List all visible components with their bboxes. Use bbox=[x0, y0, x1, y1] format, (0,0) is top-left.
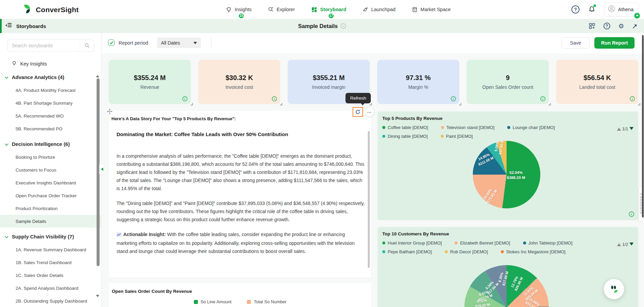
sidebar-item-part-shortage-summary[interactable]: 4B. Part Shortage Summary bbox=[0, 97, 101, 109]
athena-chat-fab[interactable] bbox=[604, 279, 624, 299]
kpi-label: Invoiced margin bbox=[312, 84, 345, 90]
sidebar-item-customers-to-focus[interactable]: Customers to Focus bbox=[0, 163, 101, 176]
info-icon[interactable] bbox=[629, 211, 634, 217]
page-help-icon[interactable]: ? bbox=[603, 23, 610, 29]
legend-page-down-icon[interactable] bbox=[629, 242, 634, 248]
sidebar-item-open-purchase-order-tracker[interactable]: Open Purchase Order Tracker bbox=[0, 189, 101, 202]
sidebar-item-sample-details[interactable]: Sample Details bbox=[0, 215, 101, 228]
legend-item[interactable]: John Tabletop [DEMO] bbox=[523, 240, 573, 246]
info-icon[interactable] bbox=[540, 96, 545, 101]
storyboard-count-badge: 17 bbox=[328, 13, 334, 19]
resize-corner[interactable] bbox=[548, 103, 551, 105]
legend-page-up-icon[interactable] bbox=[617, 126, 621, 131]
nav-market-space[interactable]: Market Space bbox=[412, 6, 450, 12]
storyboards-panel-icon[interactable] bbox=[5, 23, 12, 29]
top5-products-pie-chart[interactable] bbox=[473, 141, 540, 208]
brand-logo[interactable]: ConverSight bbox=[22, 3, 79, 16]
nav-insights[interactable]: Insights 15 bbox=[226, 6, 252, 13]
legend-dot bbox=[441, 126, 444, 129]
chevron-down-icon bbox=[5, 141, 8, 147]
legend-item[interactable]: Pepe Ballham [DEMO] bbox=[382, 249, 432, 254]
move-drag-handle-icon[interactable] bbox=[107, 109, 112, 116]
page-title-info-icon[interactable] bbox=[340, 23, 346, 29]
sidebar-item-spend-analysis-dashboard[interactable]: 2A. Spend Analysis Dashboard bbox=[0, 282, 101, 295]
notifications-bell-icon[interactable] bbox=[588, 5, 595, 14]
page-scrollbar[interactable] bbox=[642, 35, 644, 218]
legend-page-down-icon[interactable] bbox=[629, 127, 634, 132]
legend-item[interactable]: Paint [DEMO] bbox=[441, 134, 473, 139]
sidebar-scroll-up-icon[interactable] bbox=[96, 73, 99, 77]
sidebar-item-booking-to-priortize[interactable]: Booking to Priortize bbox=[0, 151, 101, 163]
report-period-checkbox[interactable] bbox=[108, 40, 114, 46]
search-icon[interactable] bbox=[80, 40, 94, 51]
resize-corner[interactable] bbox=[369, 103, 372, 105]
legend-page-indicator: 1/2 bbox=[622, 242, 628, 247]
top10-customers-pie-chart[interactable] bbox=[464, 265, 549, 307]
sidebar-collapse-toggle[interactable] bbox=[99, 164, 105, 174]
section-supply-chain-visibility[interactable]: Supply Chain Visibility (7) bbox=[0, 230, 101, 243]
legend-item[interactable]: Dining table [DEMO] bbox=[382, 134, 428, 139]
storyboard-subheader: Storyboards Sample Details ? ⚙ bbox=[0, 19, 644, 33]
sidebar-item-outstanding-supply-dashboard[interactable]: 2B. Outstanding Supply Dashboard bbox=[0, 295, 101, 307]
data-story-title: Here's A Data Story For Your "Top 5 Prod… bbox=[109, 111, 371, 121]
story-scrollbar[interactable] bbox=[368, 131, 370, 268]
sidebar-item-executive-insights-dashboard[interactable]: Executive Insights Dashboard bbox=[0, 176, 101, 189]
sidebar-item-product-monthly-forecast[interactable]: 4A. Product Monthly Forecast bbox=[0, 84, 101, 97]
section-advance-analytics[interactable]: Advance Analytics (4) bbox=[0, 70, 101, 84]
info-icon[interactable] bbox=[451, 96, 456, 101]
widget-gallery-icon[interactable] bbox=[589, 23, 595, 29]
search-input[interactable] bbox=[8, 43, 80, 48]
save-button[interactable]: Save bbox=[562, 37, 590, 49]
main-nav: Insights 15 Explorer Storyboard 17 Launc… bbox=[226, 0, 451, 19]
section-decision-intelligence[interactable]: Decision Intelligence (6) bbox=[0, 137, 101, 151]
legend-item[interactable]: Coffee table [DEMO] bbox=[382, 125, 428, 130]
legend-item[interactable]: Huel Interior Group [DEMO] bbox=[382, 240, 442, 246]
nav-launchpad[interactable]: Launchpad bbox=[362, 6, 395, 12]
conversight-logo-icon bbox=[22, 3, 33, 16]
nav-storyboard[interactable]: Storyboard 17 bbox=[311, 6, 346, 13]
sidebar-item-product-prioritization[interactable]: Product Prioritization bbox=[0, 202, 101, 215]
sidebar-item-sales-trend-dashboard[interactable]: 1B. Sales Trend Dashboard bbox=[0, 256, 101, 269]
sidebar-item-key-insights[interactable]: Key Insights bbox=[0, 54, 101, 68]
sidebar-scroll-down-icon[interactable] bbox=[96, 295, 99, 299]
info-icon[interactable] bbox=[272, 96, 277, 101]
legend-item[interactable]: Stokes Inc Megastore [DEMO] bbox=[501, 249, 566, 254]
legend-item[interactable]: So Line Amount bbox=[194, 299, 232, 304]
legend-item[interactable]: Elizabeth Bennet [DEMO] bbox=[455, 240, 510, 246]
date-filter-dropdown[interactable]: All Dates bbox=[157, 37, 201, 48]
more-options-icon[interactable]: ⋯ bbox=[365, 108, 374, 117]
data-story-headline: Dominating the Market: Coffee Table Lead… bbox=[117, 131, 371, 137]
dropdown-caret-icon bbox=[194, 42, 197, 46]
nav-explorer[interactable]: Explorer bbox=[268, 6, 295, 12]
kpi-card-margin-pct: 97.31 % Margin % bbox=[377, 60, 459, 104]
storyboards-title: Storyboards bbox=[16, 23, 46, 29]
chevron-down-icon bbox=[5, 234, 8, 239]
sidebar-item-recommended-po[interactable]: 5B. Recommended PO bbox=[0, 122, 101, 135]
settings-gear-icon[interactable]: ⚙ bbox=[618, 23, 624, 29]
sidebar-item-recommended-wo[interactable]: 5A. Recommended WO bbox=[0, 109, 101, 122]
nav-right-controls: ? Athena bbox=[571, 0, 639, 19]
legend-item[interactable]: Total So Number bbox=[247, 299, 286, 304]
resize-corner[interactable] bbox=[280, 103, 282, 105]
fullscreen-expand-icon[interactable] bbox=[632, 23, 638, 29]
sidebar-item-revenue-summary-dashboard[interactable]: 1A. Revenue Summary Dashboard bbox=[0, 243, 101, 256]
legend-item[interactable]: Television stand [DEMO] bbox=[441, 125, 494, 130]
storyboard-search bbox=[7, 39, 94, 52]
resize-corner[interactable] bbox=[190, 103, 193, 105]
resize-corner[interactable] bbox=[459, 103, 461, 105]
legend-page-up-icon[interactable] bbox=[617, 241, 621, 246]
run-report-button[interactable]: Run Report bbox=[594, 37, 635, 49]
legend-item[interactable]: Rob Decor [DEMO] bbox=[445, 249, 488, 254]
refresh-button[interactable] bbox=[353, 107, 363, 117]
info-icon[interactable] bbox=[630, 96, 635, 101]
resize-corner[interactable] bbox=[638, 103, 640, 105]
kpi-value: $56.54 K bbox=[584, 74, 611, 82]
help-icon[interactable]: ? bbox=[571, 5, 579, 14]
date-filter-value: All Dates bbox=[161, 40, 180, 46]
legend-item[interactable]: Lounge chair [DEMO] bbox=[507, 125, 555, 130]
sidebar-item-sales-order-details[interactable]: 1C. Sales Order Details bbox=[0, 269, 101, 282]
info-icon[interactable] bbox=[182, 96, 187, 101]
insights-count-badge: 15 bbox=[238, 13, 244, 19]
open-sales-order-widget: Open Sales Order Count By Revenue So Lin… bbox=[109, 283, 371, 307]
user-menu[interactable]: Athena bbox=[604, 2, 639, 17]
